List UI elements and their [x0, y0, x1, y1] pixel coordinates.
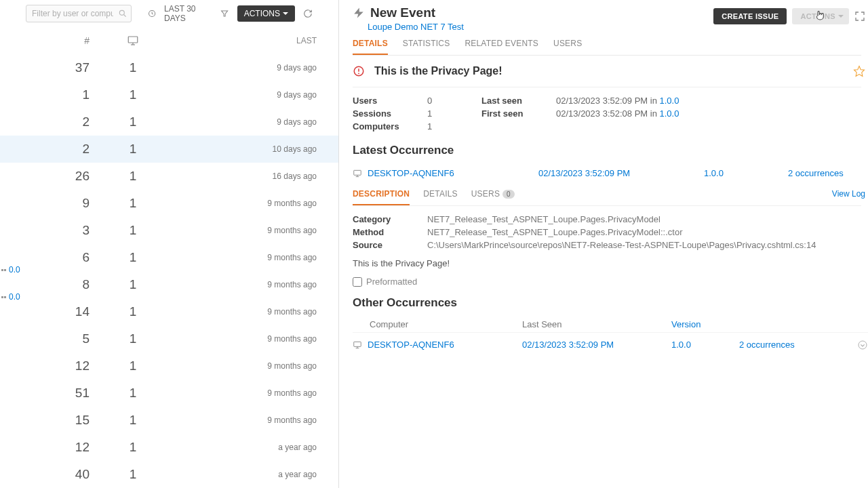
list-body[interactable]: 3719 days ago119 days ago219 days ago211…	[0, 54, 338, 488]
row-count: 2	[0, 115, 114, 129]
tabs: DETAILS STATISTICS RELATED EVENTS USERS	[353, 39, 861, 56]
th-version[interactable]: Version	[671, 319, 701, 329]
list-row[interactable]: 1419 months ago	[0, 298, 338, 325]
latest-count-link[interactable]: 2 occurrences	[788, 168, 844, 178]
row-computers: 1	[114, 304, 152, 319]
method-lbl: Method	[353, 227, 427, 237]
filter-icon[interactable]	[220, 9, 229, 18]
monitor-icon	[353, 340, 362, 350]
filter-input[interactable]	[26, 5, 132, 22]
list-header: # LAST	[0, 27, 338, 54]
events-list-panel: LAST 30 DAYS ACTIONS # LAST 3719 days ag…	[0, 0, 339, 488]
th-computer: Computer	[353, 319, 522, 329]
chevron-down-icon[interactable]	[857, 340, 868, 350]
svg-rect-15	[354, 342, 361, 346]
badge-ver[interactable]: 0.0	[9, 292, 20, 302]
svg-point-10	[358, 73, 359, 74]
clock-icon	[148, 9, 156, 18]
sub-tab-description[interactable]: DESCRIPTION	[353, 189, 410, 205]
list-row[interactable]: 26116 days ago	[0, 163, 338, 190]
list-row[interactable]: 219 days ago	[0, 108, 338, 136]
list-row[interactable]: 1219 months ago	[0, 352, 338, 380]
detail-grid: Category NET7_Release_Test_ASPNET_Loupe.…	[353, 206, 868, 256]
firstseen-ver[interactable]: 1.0.0	[660, 108, 679, 119]
time-range[interactable]: LAST 30 DAYS	[164, 4, 212, 23]
list-row[interactable]: 319 months ago	[0, 217, 338, 244]
sub-tab-users[interactable]: USERS0	[471, 189, 515, 205]
other-occ-row: DESKTOP-AQNENF6 02/13/2023 3:52:09 PM 1.…	[353, 332, 868, 357]
row-time: 9 months ago	[152, 415, 332, 425]
list-row[interactable]: 401a year ago	[0, 461, 338, 488]
actions-button[interactable]: ACTIONS	[237, 5, 295, 22]
view-log-link[interactable]: View Log	[832, 189, 865, 199]
col-hash: #	[0, 35, 114, 46]
list-row[interactable]: 1519 months ago	[0, 407, 338, 434]
row-time: 9 months ago	[152, 334, 332, 344]
other-computer-link[interactable]: DESKTOP-AQNENF6	[368, 340, 454, 350]
svg-marker-7	[354, 8, 363, 18]
list-row[interactable]: 619 months ago	[0, 244, 338, 271]
other-occ-header: Computer Last Seen Version	[353, 317, 868, 332]
row-time: 9 months ago	[152, 361, 332, 371]
latest-computer-link[interactable]: DESKTOP-AQNENF6	[368, 168, 454, 178]
sessions-val: 1	[427, 108, 481, 119]
row-computers: 1	[114, 223, 152, 238]
latest-ver-link[interactable]: 1.0.0	[704, 168, 724, 178]
tab-statistics[interactable]: STATISTICS	[403, 39, 450, 55]
row-time: 9 months ago	[152, 307, 332, 317]
latest-computer: DESKTOP-AQNENF6	[353, 168, 522, 178]
row-count: 37	[0, 60, 114, 75]
computers-val: 1	[427, 121, 481, 131]
list-row[interactable]: 5119 months ago	[0, 380, 338, 407]
th-lastseen: Last Seen	[522, 319, 671, 329]
refresh-icon[interactable]	[303, 8, 313, 19]
row-time: 9 days ago	[152, 90, 332, 100]
tab-details[interactable]: DETAILS	[353, 39, 388, 55]
description-text: This is the Privacy Page!	[353, 256, 868, 277]
other-last-link[interactable]: 02/13/2023 3:52:09 PM	[522, 340, 614, 350]
preformatted-checkbox[interactable]	[353, 277, 362, 287]
row-count: 15	[0, 413, 114, 428]
firstseen-lbl: First seen	[481, 108, 556, 119]
row-time: a year ago	[152, 470, 332, 479]
sub-tabs: DESCRIPTION DETAILS USERS0 View Log	[353, 189, 861, 206]
latest-occ-heading: Latest Occurrence	[353, 144, 868, 157]
row-computers: 1	[114, 440, 152, 455]
svg-point-18	[859, 341, 867, 349]
list-row[interactable]: 819 months ago	[0, 271, 338, 298]
list-row[interactable]: 919 months ago	[0, 190, 338, 217]
latest-time-link[interactable]: 02/13/2023 3:52:09 PM	[538, 168, 630, 178]
row-time: 9 days ago	[152, 117, 332, 127]
star-icon[interactable]	[853, 65, 865, 77]
sub-tab-details[interactable]: DETAILS	[423, 189, 458, 205]
list-row[interactable]: 3719 days ago	[0, 54, 338, 81]
row-count: 1	[0, 87, 114, 102]
monitor-icon	[127, 35, 139, 47]
breadcrumb-link[interactable]: Loupe Demo NET 7 Test	[368, 22, 464, 32]
version-badges: 0.0 0.0	[0, 256, 20, 310]
chevron-down-icon	[283, 12, 288, 15]
row-computers: 1	[114, 277, 152, 292]
grip-icon	[1, 296, 6, 298]
other-ver-link[interactable]: 1.0.0	[671, 340, 691, 350]
latest-occ-row: DESKTOP-AQNENF6 02/13/2023 3:52:09 PM 1.…	[353, 164, 868, 182]
create-issue-button[interactable]: CREATE ISSUE	[713, 8, 787, 24]
list-row[interactable]: 519 months ago	[0, 325, 338, 352]
source-val: C:\Users\MarkPrince\source\repos\NET7-Re…	[427, 240, 868, 250]
list-row[interactable]: 119 days ago	[0, 81, 338, 108]
other-count-link[interactable]: 2 occurrences	[739, 340, 795, 350]
row-computers: 1	[114, 196, 152, 211]
tab-related[interactable]: RELATED EVENTS	[465, 39, 538, 55]
computers-lbl: Computers	[353, 121, 427, 131]
badge-ver[interactable]: 0.0	[9, 265, 20, 274]
lastseen-ver[interactable]: 1.0.0	[660, 96, 679, 106]
row-count: 51	[0, 386, 114, 401]
row-time: 9 months ago	[152, 199, 332, 208]
header-actions: CREATE ISSUE ACTIONS	[713, 8, 865, 24]
expand-icon[interactable]	[854, 11, 865, 22]
list-row[interactable]: 2110 days ago	[0, 136, 338, 163]
row-count: 9	[0, 196, 114, 211]
row-computers: 1	[114, 142, 152, 157]
tab-users[interactable]: USERS	[553, 39, 582, 55]
list-row[interactable]: 121a year ago	[0, 434, 338, 461]
